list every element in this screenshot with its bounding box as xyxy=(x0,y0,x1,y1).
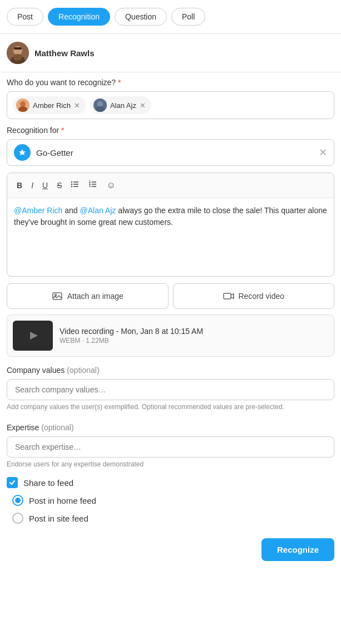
tab-poll[interactable]: Poll xyxy=(171,8,205,26)
recognition-for-section: Recognition for * Go-Getter ✕ xyxy=(0,122,341,169)
remove-amber-button[interactable]: ✕ xyxy=(74,102,80,109)
user-row: Matthew Rawls xyxy=(0,34,341,70)
attach-image-icon xyxy=(52,291,63,302)
remove-alan-button[interactable]: ✕ xyxy=(140,102,146,109)
record-video-button[interactable]: Record video xyxy=(173,283,335,309)
expertise-hint: Endorse users for any expertise demonstr… xyxy=(7,460,334,468)
svg-rect-23 xyxy=(53,293,62,299)
home-feed-radio[interactable] xyxy=(12,495,23,506)
badge-icon xyxy=(14,144,31,161)
company-values-input[interactable] xyxy=(7,379,334,400)
tab-recognition[interactable]: Recognition xyxy=(48,8,110,26)
svg-point-13 xyxy=(71,184,72,185)
attach-image-label: Attach an image xyxy=(67,292,123,301)
video-title: Video recording - Mon, Jan 8 at 10:15 AM xyxy=(60,327,203,336)
mention-alan: @Alan Ajz xyxy=(80,206,116,215)
bullet-list-button[interactable] xyxy=(67,178,83,193)
badge-name: Go-Getter xyxy=(36,148,73,158)
recipient-alan-avatar xyxy=(93,99,107,112)
recipient-alan-name: Alan Ajz xyxy=(110,101,136,110)
svg-marker-26 xyxy=(30,332,38,340)
svg-point-15 xyxy=(71,186,72,187)
svg-rect-3 xyxy=(14,47,22,50)
clear-badge-button[interactable]: ✕ xyxy=(319,148,327,158)
recognize-section: Who do you want to recognize? * Amber Ri… xyxy=(0,75,341,122)
site-feed-radio[interactable] xyxy=(12,513,23,524)
recognize-label: Who do you want to recognize? * xyxy=(7,78,334,87)
home-feed-label: Post in home feed xyxy=(29,496,96,505)
recipient-amber-avatar xyxy=(16,99,29,112)
expertise-input[interactable] xyxy=(7,436,334,458)
strikethrough-button[interactable]: S xyxy=(53,179,66,192)
share-to-feed-row[interactable]: Share to feed xyxy=(7,477,334,488)
svg-rect-25 xyxy=(224,293,231,299)
attach-image-button[interactable]: Attach an image xyxy=(7,283,169,309)
svg-point-9 xyxy=(97,101,103,107)
recognize-button[interactable]: Recognize xyxy=(261,538,334,561)
share-section: Share to feed Post in home feed Post in … xyxy=(0,471,341,529)
recipient-amber-name: Amber Rich xyxy=(33,101,71,110)
site-feed-row[interactable]: Post in site feed xyxy=(12,513,334,524)
svg-point-6 xyxy=(20,101,26,107)
ordered-list-button[interactable]: 1. 2. 3. xyxy=(85,178,101,193)
tab-post[interactable]: Post xyxy=(7,8,43,26)
expertise-label: Expertise (optional) xyxy=(7,423,334,432)
record-video-icon xyxy=(223,291,234,302)
video-meta: WEBM · 1.22MB xyxy=(60,337,203,345)
bold-button[interactable]: B xyxy=(13,179,26,192)
media-buttons: Attach an image Record video xyxy=(0,280,341,312)
company-values-label: Company values (optional) xyxy=(7,366,334,375)
editor-body[interactable]: @Amber Rich and @Alan Ajz always go the … xyxy=(7,198,334,276)
site-feed-label: Post in site feed xyxy=(29,514,88,523)
tab-question[interactable]: Question xyxy=(115,8,167,26)
svg-point-11 xyxy=(71,181,72,183)
svg-text:3.: 3. xyxy=(89,184,92,188)
recognition-for-label: Recognition for * xyxy=(7,126,334,135)
recipient-amber: Amber Rich ✕ xyxy=(13,96,86,114)
tab-bar: Post Recognition Question Poll xyxy=(0,0,341,34)
emoji-button[interactable]: ☺ xyxy=(102,178,119,193)
company-values-hint: Add company values the user(s) exemplifi… xyxy=(7,403,334,411)
recipient-alan: Alan Ajz ✕ xyxy=(90,96,151,114)
share-to-feed-label: Share to feed xyxy=(23,478,73,488)
company-values-section: Company values (optional) Add company va… xyxy=(0,362,341,414)
editor-container: B I U S 1. 2. 3. ☺ @A xyxy=(7,173,334,277)
recipients-box[interactable]: Amber Rich ✕ Alan Ajz ✕ xyxy=(7,91,334,119)
badge-inner: Go-Getter xyxy=(14,144,73,161)
expertise-section: Expertise (optional) Endorse users for a… xyxy=(0,420,341,471)
home-feed-row[interactable]: Post in home feed xyxy=(12,495,334,506)
feed-radio-group: Post in home feed Post in site feed xyxy=(7,495,334,524)
video-attachment: Video recording - Mon, Jan 8 at 10:15 AM… xyxy=(7,314,334,357)
video-thumbnail xyxy=(13,321,53,351)
footer: Recognize xyxy=(0,529,341,570)
video-info: Video recording - Mon, Jan 8 at 10:15 AM… xyxy=(60,327,203,345)
svg-point-4 xyxy=(13,54,22,61)
underline-button[interactable]: U xyxy=(38,179,52,192)
avatar xyxy=(7,42,29,64)
badge-box[interactable]: Go-Getter ✕ xyxy=(7,139,334,166)
editor-toolbar: B I U S 1. 2. 3. ☺ xyxy=(7,173,334,198)
user-name: Matthew Rawls xyxy=(34,48,95,58)
italic-button[interactable]: I xyxy=(27,179,37,192)
record-video-label: Record video xyxy=(239,292,285,301)
mention-amber: @Amber Rich xyxy=(14,206,62,215)
checkmark-icon xyxy=(9,479,16,486)
share-to-feed-checkbox[interactable] xyxy=(7,477,18,488)
